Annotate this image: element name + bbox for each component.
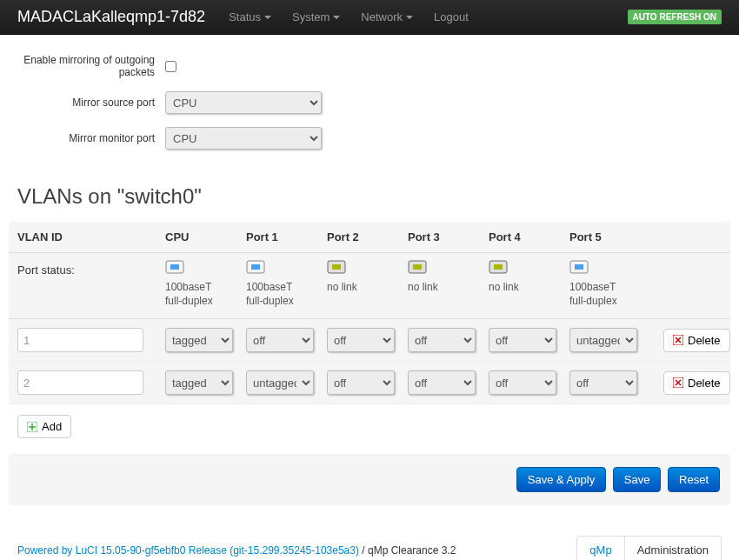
mirror-source-row: Mirror source port CPU [9,91,730,114]
svg-rect-7 [413,264,422,270]
port-status-2: no link [327,260,408,295]
footer: Powered by LuCI 15.05-90-gf5ebfb0 Releas… [9,527,730,560]
mirror-source-label: Mirror source port [9,97,165,109]
nav-status[interactable]: Status [218,2,282,32]
vlan-id-input[interactable] [17,328,143,352]
footer-tab-admin[interactable]: Administration [625,537,721,560]
port-nolink-icon [327,260,346,276]
footer-text: Powered by LuCI 15.05-90-gf5ebfb0 Releas… [17,544,456,557]
delete-button[interactable]: Delete [663,371,730,395]
vlan-row-1: tagged off off off off untagged Delete [9,319,730,362]
vlan2-port2-select[interactable]: off [327,370,395,395]
mirror-monitor-row: Mirror monitor port CPU [9,127,730,150]
header-port3: Port 3 [408,230,489,243]
navbar-brand: MADACLaKalleqmp1-7d82 [17,8,205,26]
footer-tabs: qMp Administration [576,536,722,560]
footer-tab-qmp[interactable]: qMp [577,537,624,560]
nav-system[interactable]: System [282,2,350,32]
vlan1-port4-select[interactable]: off [489,328,556,352]
svg-rect-1 [170,264,179,270]
mirror-enable-checkbox[interactable] [165,61,176,72]
mirror-enable-label: Enable mirroring of outgoing packets [9,54,165,78]
caret-icon [406,16,413,19]
port-status-cpu: 100baseT full-duplex [165,260,246,308]
add-button[interactable]: Add [17,415,71,438]
mirror-monitor-label: Mirror monitor port [9,132,165,144]
vlan-row-2: tagged untagged off off off off Delete [9,362,730,404]
port-nolink-icon [489,260,508,276]
vlan2-port3-select[interactable]: off [408,370,476,395]
svg-rect-11 [575,264,583,270]
port-link-icon [569,260,589,276]
delete-icon [673,335,683,345]
vlan-id-input[interactable] [17,370,143,395]
mirror-monitor-select[interactable]: CPU [165,127,322,150]
port-status-1: 100baseT full-duplex [246,260,327,308]
vlan-table: VLAN ID CPU Port 1 Port 2 Port 3 Port 4 … [9,222,730,404]
header-port2: Port 2 [327,230,408,243]
footer-luci-link[interactable]: Powered by LuCI 15.05-90-gf5ebfb0 Releas… [17,544,359,557]
vlan1-port1-select[interactable]: off [246,328,314,352]
vlan2-port5-select[interactable]: off [569,370,637,395]
add-icon [27,422,37,432]
vlan1-port2-select[interactable]: off [327,328,395,352]
vlan-table-header: VLAN ID CPU Port 1 Port 2 Port 3 Port 4 … [9,222,730,253]
actions-bar: Save & Apply Save Reset [9,454,730,505]
port-status-5: 100baseT full-duplex [569,260,650,308]
save-button[interactable]: Save [613,467,662,492]
save-apply-button[interactable]: Save & Apply [516,467,606,492]
nav-network[interactable]: Network [350,2,423,32]
port-link-icon [165,260,184,276]
navbar: MADACLaKalleqmp1-7d82 Status System Netw… [0,0,739,35]
vlan1-port5-select[interactable]: untagged [569,328,637,352]
mirror-enable-row: Enable mirroring of outgoing packets [9,54,730,78]
vlan1-cpu-select[interactable]: tagged [165,328,233,352]
svg-rect-5 [332,264,341,270]
header-port5: Port 5 [569,230,650,243]
svg-rect-9 [494,264,503,270]
reset-button[interactable]: Reset [668,467,720,492]
port-status-label: Port status: [9,260,165,277]
header-port1: Port 1 [246,230,327,243]
vlan2-port4-select[interactable]: off [489,370,556,395]
vlan2-cpu-select[interactable]: tagged [165,370,233,395]
port-nolink-icon [408,260,427,276]
auto-refresh-badge[interactable]: AUTO REFRESH ON [628,10,722,24]
caret-icon [264,16,271,19]
delete-button[interactable]: Delete [663,329,730,352]
vlan1-port3-select[interactable]: off [408,328,476,352]
header-vlanid: VLAN ID [9,230,165,243]
navbar-menu: Status System Network Logout [218,2,627,32]
header-port4: Port 4 [489,230,569,243]
caret-icon [333,16,340,19]
header-cpu: CPU [165,230,246,243]
svg-rect-3 [251,264,260,270]
vlan-section-title: VLANs on "switch0" [17,184,730,209]
delete-icon [673,377,683,388]
port-status-3: no link [408,260,489,295]
vlan2-port1-select[interactable]: untagged [246,370,314,395]
port-link-icon [246,260,265,276]
mirror-source-select[interactable]: CPU [165,91,322,114]
port-status-row: Port status: 100baseT full-duplex 100bas… [9,253,730,319]
nav-logout[interactable]: Logout [423,2,479,32]
port-status-4: no link [489,260,569,295]
